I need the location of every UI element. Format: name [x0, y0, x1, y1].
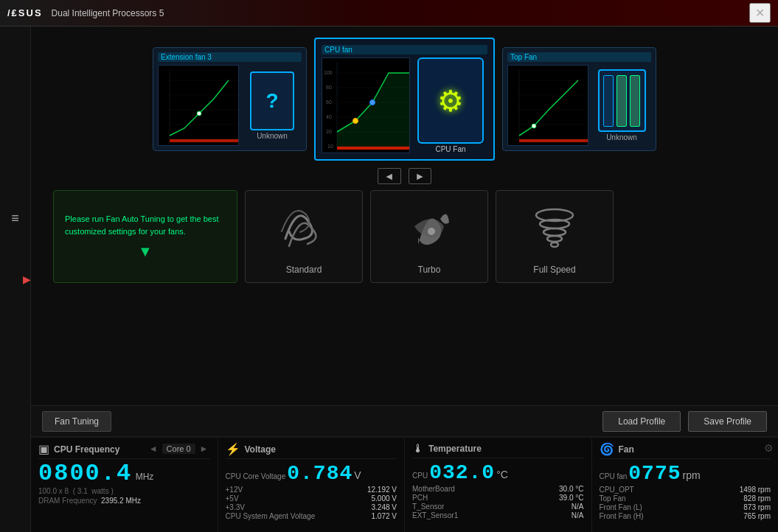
dram-freq: DRAM Frequency 2395.2 MHz	[38, 497, 210, 505]
fan-nav-next[interactable]: ►	[409, 168, 432, 184]
fan-chart-top-svg	[508, 66, 589, 147]
temp-big-display: CPU 032.0 °C	[412, 461, 584, 484]
svg-rect-31	[519, 139, 588, 142]
fan-row-fronth: Front Fan (H) 765 rpm	[600, 512, 771, 520]
fan-big-value: 0775	[628, 462, 681, 485]
volt-row-12v: +12V 12.192 V	[226, 486, 397, 494]
volt-big-value: 0.784	[287, 462, 352, 485]
svg-point-37	[547, 236, 562, 242]
fan-chart-ext3-svg	[159, 66, 240, 147]
mode-label-turbo: Turbo	[418, 265, 441, 275]
fan-card-cpu[interactable]: CPU fan	[314, 38, 495, 161]
fan-card-cpu-body: 100 80 60 40 20 10	[322, 57, 487, 153]
fan-tuning-message-box: Please run Fan Auto Tuning to get the be…	[53, 190, 237, 283]
svg-text:40: 40	[326, 114, 332, 119]
voltage-icon: ⚡	[226, 442, 240, 456]
save-profile-button[interactable]: Save Profile	[688, 411, 767, 432]
voltage-section: ⚡ Voltage CPU Core Voltage 0.784 V +12V …	[218, 438, 406, 532]
cpu-freq-display: 0800.4 MHz	[38, 462, 210, 486]
fan-card-top[interactable]: Top Fan	[502, 47, 656, 151]
sidebar-expand-arrow[interactable]: ▶	[23, 273, 31, 285]
fan-header: 🌀 Fan ⚙	[600, 442, 771, 459]
fan-card-ext3[interactable]: Extension fan 3	[153, 47, 307, 151]
fan-graph-cpu: 100 80 60 40 20 10	[322, 57, 410, 153]
fan-top-3d-box	[598, 69, 646, 132]
titlebar: /₤SUS Dual Intelligent Processors 5 ✕	[0, 0, 778, 27]
cpu-freq-title: CPU Frequency	[54, 444, 119, 455]
voltage-rows: +12V 12.192 V +5V 5.000 V +3.3V 3.248 V …	[226, 486, 397, 520]
temp-row-extsensor: EXT_Sensor1 N/A	[412, 511, 584, 519]
asus-logo: /₤SUS	[7, 7, 43, 18]
fan-nav-prev[interactable]: ◄	[378, 168, 401, 184]
svg-point-7	[197, 111, 201, 116]
mode-row: Please run Fan Auto Tuning to get the be…	[46, 190, 763, 283]
voltage-title: Voltage	[245, 444, 276, 455]
cpu-freq-icon: ▣	[38, 442, 49, 456]
fan-cards-row: Extension fan 3	[46, 34, 763, 164]
question-icon: ?	[265, 89, 278, 113]
fan-row-topfan: Top Fan 828 rpm	[600, 494, 771, 503]
fan-chart-cpu-svg: 100 80 60 40 20 10	[322, 58, 411, 154]
close-button[interactable]: ✕	[749, 3, 771, 23]
mode-icon-fullspeed	[529, 200, 580, 259]
core-label: Core 0	[162, 444, 195, 454]
mode-icon-standard	[278, 198, 330, 259]
app-title: Dual Intelligent Processors 5	[52, 8, 164, 18]
fan-rpm-rows: CPU_OPT 1498 rpm Top Fan 828 rpm Front F…	[600, 486, 771, 520]
temp-row-pch: PCH 39.0 °C	[412, 494, 584, 502]
core-selector: ◄ Core 0 ►	[147, 444, 210, 454]
fullspeed-icon-svg	[529, 200, 580, 252]
voltage-big-display: CPU Core Voltage 0.784 V	[226, 462, 397, 485]
fan-row-frontl: Front Fan (L) 873 rpm	[600, 503, 771, 511]
standard-icon-svg	[278, 198, 330, 250]
temp-rows: MotherBoard 30.0 °C PCH 39.0 °C T_Sensor…	[412, 485, 584, 519]
svg-text:10: 10	[327, 144, 333, 149]
fan-section-title: Fan	[619, 444, 634, 455]
fan-section: 🌀 Fan ⚙ CPU fan 0775 rpm CPU_OPT 1498 rp…	[592, 438, 779, 532]
mode-btn-fullspeed[interactable]: Full Speed	[496, 190, 614, 283]
volt-row-sa: CPU System Agent Voltage 1.072 V	[226, 512, 397, 520]
fan-ext3-3d-box: ?	[250, 71, 294, 130]
volt-row-3v3: +3.3V 3.248 V	[226, 503, 397, 511]
svg-point-23	[353, 119, 358, 124]
settings-icon[interactable]: ⚙	[764, 442, 774, 454]
fan-3d-cpu: ⚙ CPU Fan	[414, 57, 487, 153]
cpu-fan-glow-icon: ⚙	[437, 84, 464, 118]
fan-big-label: CPU fan	[600, 472, 628, 480]
volt-big-unit: V	[354, 469, 361, 481]
svg-point-32	[532, 124, 536, 128]
svg-point-36	[543, 228, 566, 236]
fan-tuning-button[interactable]: Fan Tuning	[42, 411, 111, 432]
fan-navigation: ◄ ►	[378, 168, 432, 184]
mode-btn-turbo[interactable]: Turbo	[370, 190, 488, 283]
svg-marker-22	[337, 73, 409, 147]
fan-tuning-arrow: ▼	[65, 243, 226, 260]
load-profile-button[interactable]: Load Profile	[602, 411, 681, 432]
fan-ext3-label: Unknown	[257, 132, 288, 140]
temp-row-mb: MotherBoard 30.0 °C	[412, 485, 584, 493]
temp-title: Temperature	[428, 444, 482, 454]
temperature-section: 🌡 Temperature CPU 032.0 °C MotherBoard 3…	[405, 438, 592, 532]
fan-section-icon: 🌀	[600, 442, 614, 456]
mode-btn-standard[interactable]: Standard	[245, 190, 363, 283]
fan-card-top-body: Unknown	[507, 65, 651, 146]
temp-big-unit: °C	[496, 469, 508, 480]
volt-big-label: CPU Core Voltage	[226, 472, 286, 480]
fan-cpu-3d-box: ⚙	[417, 57, 484, 144]
cpu-freq-header: ▣ CPU Frequency ◄ Core 0 ►	[38, 442, 210, 459]
fan-big-unit: rpm	[683, 469, 701, 481]
core-next-button[interactable]: ►	[198, 444, 210, 454]
svg-point-33	[428, 228, 435, 235]
fan-tuning-message: Please run Fan Auto Tuning to get the be…	[65, 213, 226, 237]
menu-icon[interactable]: ≡	[11, 211, 19, 226]
fan-cpu-label: CPU Fan	[435, 145, 465, 153]
fan-3d-top: Unknown	[592, 65, 651, 146]
svg-rect-6	[170, 139, 238, 142]
mode-label-standard: Standard	[286, 265, 322, 275]
fan-3d-ext3: ? Unknown	[243, 65, 302, 146]
topfan-lines	[603, 75, 640, 127]
core-prev-button[interactable]: ◄	[147, 444, 159, 454]
turbo-icon-svg	[403, 200, 455, 252]
fan-big-display: CPU fan 0775 rpm	[600, 462, 771, 485]
logo-area: /₤SUS Dual Intelligent Processors 5	[7, 7, 164, 18]
